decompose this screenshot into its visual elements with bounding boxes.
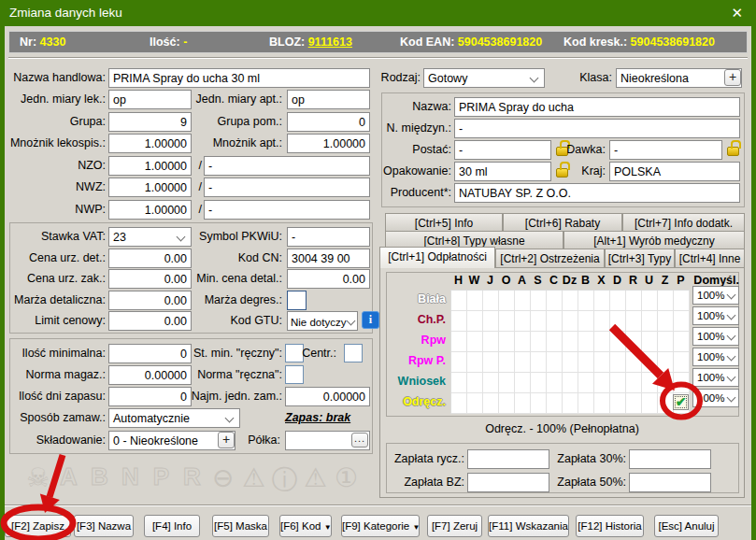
intl-name-field[interactable]: - xyxy=(454,119,740,138)
payment-cell-Odręcz.-H[interactable] xyxy=(451,393,467,414)
button--f6--kod[interactable]: [F6] Kod ▼ xyxy=(279,515,332,537)
payment-cell-Ch.P.-A[interactable] xyxy=(515,311,531,332)
bloz-link[interactable]: 9111613 xyxy=(308,36,352,49)
button--f3--nazwa[interactable]: [F3] Nazwa xyxy=(74,515,134,537)
button--f5--maska[interactable]: [F5] Maska xyxy=(212,515,269,537)
payment-cell-Odręcz.-C[interactable] xyxy=(547,393,563,414)
payment-30-field[interactable] xyxy=(629,449,711,469)
payment-cell-Biała-D[interactable] xyxy=(610,291,626,311)
payment-cell-Biała-C[interactable] xyxy=(547,291,563,311)
payment-checkbox-checked[interactable]: ✔ xyxy=(673,394,689,410)
stock-link[interactable]: Zapas: brak xyxy=(285,411,350,424)
producer-field[interactable]: NATUBAY SP. Z O.O. xyxy=(454,183,740,203)
payment-cell-Wniosek-J[interactable] xyxy=(483,373,499,393)
dose-field[interactable]: - xyxy=(609,140,722,160)
payment-cell-Rpw-Dz[interactable] xyxy=(563,332,578,352)
payment-cell-Biała-U[interactable] xyxy=(642,291,658,311)
payment-cell-Wniosek-S[interactable] xyxy=(531,373,547,393)
payment-cell-Wniosek-P[interactable] xyxy=(674,373,690,393)
payment-cell-Biała-H[interactable] xyxy=(451,291,467,311)
payment-cell-Odręcz.-A[interactable] xyxy=(515,393,531,414)
payment-cell-Wniosek-Z[interactable] xyxy=(658,373,674,393)
payment-cell-Odręcz.-W[interactable] xyxy=(467,393,483,414)
payment-cell-Odręcz.-Z[interactable] xyxy=(658,393,674,414)
default-payment-dropdown-3[interactable]: 100% xyxy=(692,327,739,346)
payment-cell-Ch.P.-Z[interactable] xyxy=(658,311,674,332)
nzo-field-1[interactable]: 1.00000 xyxy=(108,156,192,176)
nwp-field-1[interactable]: 1.00000 xyxy=(108,200,192,220)
payment-cell-Ch.P.-X[interactable] xyxy=(594,311,610,332)
payment-cell-Ch.P.-B[interactable] xyxy=(578,311,594,332)
payment-cell-Rpw P.-W[interactable] xyxy=(467,352,483,373)
button--esc--anuluj[interactable]: [Esc] Anuluj xyxy=(654,515,719,537)
payment-cell-Ch.P.-R[interactable] xyxy=(626,311,642,332)
payment-cell-Odręcz.-Dz[interactable] xyxy=(563,393,578,414)
payment-cell-Ch.P.-W[interactable] xyxy=(467,311,483,332)
button--f9--kategorie[interactable]: [F9] Kategorie ▼ xyxy=(341,515,420,537)
tab-rabaty[interactable]: [Ctrl+6] Rabaty xyxy=(503,213,622,231)
payment-cell-Biała-S[interactable] xyxy=(531,291,547,311)
button--f12--historia[interactable]: [F12] Historia xyxy=(576,515,644,537)
payment-cell-Biała-B[interactable] xyxy=(578,291,594,311)
payment-cell-Wniosek-D[interactable] xyxy=(610,373,626,393)
margin-degres-field[interactable] xyxy=(287,291,307,310)
payment-cell-Rpw-B[interactable] xyxy=(578,332,594,352)
payment-cell-Rpw-S[interactable] xyxy=(531,332,547,352)
payment-cell-Ch.P.-D[interactable] xyxy=(610,311,626,332)
payment-cell-Odręcz.-J[interactable] xyxy=(483,393,499,414)
payment-cell-Odręcz.-S[interactable] xyxy=(531,393,547,414)
payment-cell-Rpw P.-O[interactable] xyxy=(499,352,515,373)
tab-inne[interactable]: [Ctrl+4] Inne xyxy=(675,249,745,268)
payment-cell-Rpw P.-C[interactable] xyxy=(547,352,563,373)
payment-cell-Rpw P.-Dz[interactable] xyxy=(563,352,578,373)
tab-info-dodatk[interactable]: [Ctrl+7] Info dodatk. xyxy=(622,213,745,231)
payment-cell-Rpw P.-X[interactable] xyxy=(594,352,610,373)
nwz-field-1[interactable]: 1.00000 xyxy=(108,178,192,197)
default-payment-dropdown-6[interactable]: 100% xyxy=(692,389,739,407)
payment-cell-Biała-X[interactable] xyxy=(594,291,610,311)
payment-cell-Rpw P.-H[interactable] xyxy=(451,352,467,373)
order-mode-combo[interactable]: Automatycznie xyxy=(108,408,240,428)
payment-cell-Biała-A[interactable] xyxy=(515,291,531,311)
close-icon[interactable]: ✕ xyxy=(731,5,743,21)
payment-cell-Ch.P.-Dz[interactable] xyxy=(563,311,578,332)
payment-cell-Rpw-A[interactable] xyxy=(515,332,531,352)
payment-cell-Biała-Dz[interactable] xyxy=(563,291,578,311)
payment-50-field[interactable] xyxy=(629,473,711,492)
payment-cell-Rpw P.-D[interactable] xyxy=(610,352,626,373)
tab-info[interactable]: [Ctrl+5] Info xyxy=(385,213,503,231)
payment-cell-Rpw-D[interactable] xyxy=(610,332,626,352)
payment-cell-Ch.P.-H[interactable] xyxy=(451,311,467,332)
payment-cell-Rpw-W[interactable] xyxy=(467,332,483,352)
payment-cell-Rpw-O[interactable] xyxy=(499,332,515,352)
nwz-field-2[interactable]: - xyxy=(204,178,370,197)
payment-cell-Rpw P.-U[interactable] xyxy=(642,352,658,373)
class-add-button[interactable]: + xyxy=(724,69,741,86)
payment-cell-Wniosek-C[interactable] xyxy=(547,373,563,393)
payment-cell-Wniosek-H[interactable] xyxy=(451,373,467,393)
nzo-field-2[interactable]: - xyxy=(204,156,370,176)
payment-cell-Wniosek-A[interactable] xyxy=(515,373,531,393)
payment-cell-Rpw P.-Z[interactable] xyxy=(658,352,674,373)
payment-cell-Rpw-U[interactable] xyxy=(642,332,658,352)
payment-cell-Rpw P.-J[interactable] xyxy=(483,352,499,373)
payment-cell-Biała-R[interactable] xyxy=(626,291,642,311)
default-payment-dropdown-4[interactable]: 100% xyxy=(692,348,739,366)
payment-cell-Rpw-X[interactable] xyxy=(594,332,610,352)
payment-cell-Wniosek-R[interactable] xyxy=(626,373,642,393)
manual-norm-checkbox[interactable] xyxy=(285,365,304,384)
default-payment-dropdown-5[interactable]: 100% xyxy=(692,368,739,387)
class-field[interactable]: Nieokreślona xyxy=(616,68,742,88)
payment-cell-Ch.P.-U[interactable] xyxy=(642,311,658,332)
tab-ostrzezenia[interactable]: [Ctrl+2] Ostrzeżenia xyxy=(495,249,605,268)
payment-cell-Rpw P.-R[interactable] xyxy=(626,352,642,373)
tab-typy[interactable]: [Ctrl+3] Typy xyxy=(605,249,675,268)
payment-cell-Biała-J[interactable] xyxy=(483,291,499,311)
country-field[interactable]: POLSKA xyxy=(609,162,740,181)
payment-cell-Rpw-C[interactable] xyxy=(547,332,563,352)
payment-cell-Biała-O[interactable] xyxy=(499,291,515,311)
pkwiu-field[interactable]: - xyxy=(287,227,370,247)
payment-cell-Odręcz.-D[interactable] xyxy=(610,393,626,414)
button--f2--zapisz[interactable]: [F2] Zapisz xyxy=(5,515,71,537)
payment-cell-Rpw-J[interactable] xyxy=(483,332,499,352)
